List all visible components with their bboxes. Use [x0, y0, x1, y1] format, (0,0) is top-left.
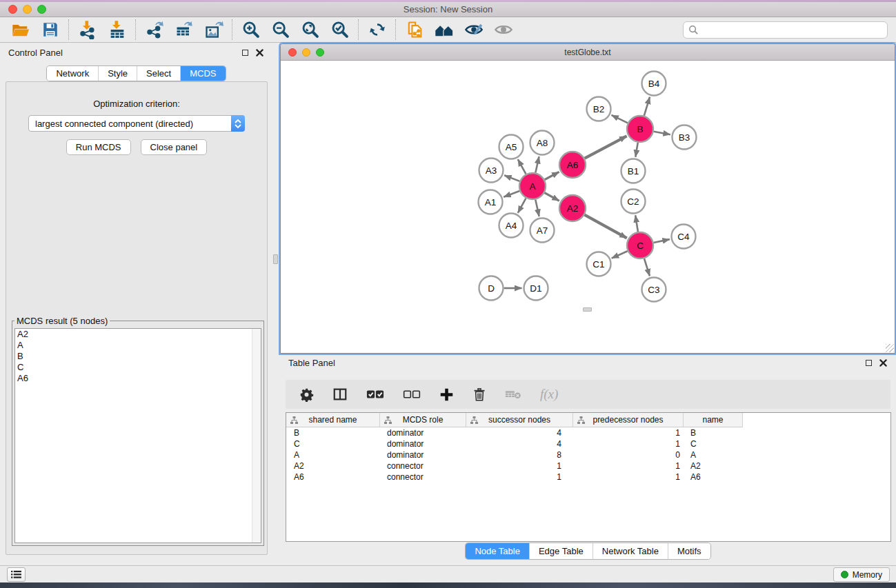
mcds-result-item[interactable]: C: [15, 362, 261, 373]
show-hide-graphics-button[interactable]: [459, 19, 488, 41]
mcds-result-item[interactable]: B: [15, 351, 261, 362]
graph-node-C2[interactable]: C2: [621, 190, 646, 214]
table-options-button[interactable]: [299, 387, 314, 402]
graph-node-B3[interactable]: B3: [673, 125, 697, 150]
graph-node-A7[interactable]: A7: [530, 219, 555, 243]
graph-edge-B-B1[interactable]: [635, 143, 637, 157]
open-session-button[interactable]: [6, 19, 35, 41]
tab-mcds[interactable]: MCDS: [180, 66, 225, 81]
graph-edge-C-C3[interactable]: [644, 258, 650, 276]
table-row[interactable]: Adominator80A: [286, 449, 890, 460]
import-table-button[interactable]: [102, 19, 132, 41]
table-row[interactable]: Bdominator41B: [286, 427, 890, 438]
graph-node-A3[interactable]: A3: [479, 159, 504, 183]
memory-button[interactable]: Memory: [833, 567, 890, 582]
graph-node-A8[interactable]: A8: [530, 131, 555, 155]
graph-node-A[interactable]: A: [519, 173, 546, 199]
zoom-out-button[interactable]: [266, 19, 295, 41]
float-panel-icon[interactable]: [866, 360, 872, 366]
graph-edge-A-A8[interactable]: [535, 156, 539, 172]
graph-node-C[interactable]: C: [627, 232, 653, 258]
run-mcds-button[interactable]: Run MCDS: [66, 139, 131, 155]
graph-edge-A-A6[interactable]: [545, 172, 559, 179]
zoom-in-button[interactable]: [236, 19, 266, 41]
import-network-button[interactable]: [72, 19, 102, 41]
graph-edge-A-A4[interactable]: [518, 199, 526, 213]
graph-edge-B-B3[interactable]: [654, 132, 670, 135]
tab-motifs[interactable]: Motifs: [668, 543, 710, 559]
graph-node-D1[interactable]: D1: [524, 276, 548, 301]
tab-style[interactable]: Style: [98, 66, 137, 81]
show-all-button[interactable]: [429, 19, 459, 41]
graph-edge-A2-C[interactable]: [585, 215, 627, 239]
column-header[interactable]: name: [684, 413, 743, 427]
graph-node-A2[interactable]: A2: [559, 195, 586, 221]
mcds-result-item[interactable]: A: [15, 340, 261, 351]
column-header[interactable]: MCDS role: [380, 413, 466, 427]
close-panel-button[interactable]: Close panel: [141, 139, 208, 155]
graph-node-B1[interactable]: B1: [621, 159, 646, 183]
close-panel-icon[interactable]: [879, 359, 887, 367]
graph-edge-C-C4[interactable]: [654, 239, 670, 243]
scrollbar-track[interactable]: [252, 329, 261, 543]
close-panel-icon[interactable]: [256, 49, 263, 57]
graph-edge-A-A2[interactable]: [545, 193, 559, 201]
graph-node-D[interactable]: D: [479, 276, 504, 301]
hide-columns-button[interactable]: [403, 389, 421, 400]
export-image-button[interactable]: [199, 19, 228, 41]
optimization-criterion-select[interactable]: largest connected component (directed): [28, 115, 245, 132]
graph-edge-A-A1[interactable]: [504, 191, 519, 197]
graph-node-A1[interactable]: A1: [479, 190, 503, 214]
column-header[interactable]: shared name: [286, 413, 380, 427]
table-row[interactable]: A2connector11A2: [286, 460, 890, 472]
clone-network-button[interactable]: [399, 19, 429, 41]
export-network-button[interactable]: [139, 19, 169, 41]
graph-node-B[interactable]: B: [627, 116, 653, 142]
tab-network-table[interactable]: Network Table: [593, 543, 668, 559]
table-row[interactable]: Cdominator41C: [286, 438, 890, 449]
tab-node-table[interactable]: Node Table: [466, 543, 529, 559]
graph-edge-A-A3[interactable]: [504, 175, 519, 181]
split-panel-button[interactable]: [332, 387, 348, 402]
graph-edge-C-C1[interactable]: [612, 251, 628, 258]
graph-edge-A6-B[interactable]: [585, 136, 627, 158]
float-panel-icon[interactable]: [242, 50, 248, 56]
show-panels-button[interactable]: [7, 567, 26, 582]
mcds-result-item[interactable]: A2: [15, 329, 261, 340]
mcds-result-item[interactable]: A6: [15, 373, 261, 384]
graph-edge-C-C2[interactable]: [635, 215, 638, 232]
zoom-selected-button[interactable]: [325, 19, 355, 41]
graph-node-B4[interactable]: B4: [642, 72, 666, 96]
graph-edge-A-A5[interactable]: [518, 159, 526, 174]
show-columns-button[interactable]: [366, 389, 384, 400]
search-box[interactable]: [683, 21, 888, 39]
tab-select[interactable]: Select: [137, 66, 180, 81]
tab-edge-table[interactable]: Edge Table: [529, 543, 593, 559]
bird-eye-view-button[interactable]: [488, 19, 518, 41]
graph-node-C1[interactable]: C1: [587, 252, 611, 276]
graph-node-A6[interactable]: A6: [559, 152, 586, 178]
save-session-button[interactable]: [35, 19, 65, 41]
graph-node-A5[interactable]: A5: [499, 135, 524, 159]
zoom-fit-button[interactable]: [295, 19, 325, 41]
apply-layout-button[interactable]: [362, 19, 392, 41]
network-window-titlebar[interactable]: testGlobe.txt: [281, 44, 895, 61]
graph-edge-B-B4[interactable]: [644, 97, 650, 116]
graph-edge-B-B2[interactable]: [611, 115, 628, 123]
horizontal-divider-handle[interactable]: [583, 307, 592, 312]
vertical-divider-handle[interactable]: [273, 254, 278, 264]
graph-node-A4[interactable]: A4: [499, 214, 524, 238]
mcds-result-list[interactable]: A2ABCA6: [14, 328, 261, 543]
delete-columns-button[interactable]: [472, 387, 486, 402]
tab-network[interactable]: Network: [47, 66, 98, 81]
table-row[interactable]: A6connector11A6: [286, 472, 890, 483]
graph-edge-A-A7[interactable]: [535, 200, 539, 216]
column-header[interactable]: successor nodes: [466, 413, 573, 427]
column-header[interactable]: predecessor nodes: [573, 413, 684, 427]
graph-node-C4[interactable]: C4: [672, 225, 696, 249]
graph-node-B2[interactable]: B2: [587, 97, 611, 121]
window-resize-handle[interactable]: [886, 344, 894, 352]
graph-node-C3[interactable]: C3: [642, 278, 666, 302]
search-input[interactable]: [699, 25, 882, 35]
export-table-button[interactable]: [169, 19, 199, 41]
